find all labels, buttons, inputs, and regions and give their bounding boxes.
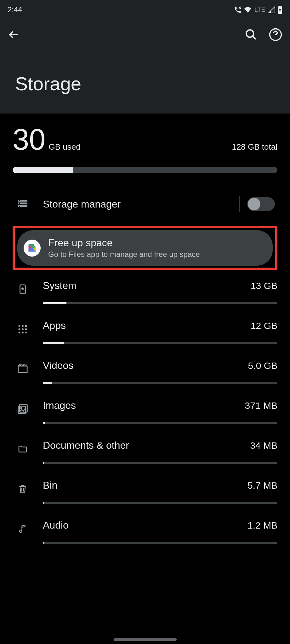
free-up-space-button[interactable]: Free up space Go to Files app to manage … bbox=[17, 230, 273, 266]
wifi-icon bbox=[244, 6, 252, 14]
free-up-subtitle: Go to Files app to manage and free up sp… bbox=[48, 250, 200, 259]
category-icon bbox=[15, 282, 30, 297]
status-icons: LTE bbox=[234, 6, 282, 14]
category-progress bbox=[43, 542, 277, 544]
status-bar: 2:44 LTE bbox=[0, 0, 290, 19]
status-time: 2:44 bbox=[8, 5, 22, 14]
used-amount: 30 bbox=[13, 125, 46, 154]
svg-point-9 bbox=[19, 325, 20, 327]
category-label: Images bbox=[43, 400, 76, 411]
storage-progress bbox=[13, 167, 277, 173]
category-icon bbox=[15, 402, 30, 417]
files-app-icon bbox=[24, 240, 41, 257]
category-row[interactable]: Apps12 GB bbox=[13, 310, 277, 350]
category-row[interactable]: Videos5.0 GB bbox=[13, 350, 277, 390]
category-progress bbox=[43, 302, 277, 304]
category-row[interactable]: Images371 MB bbox=[13, 390, 277, 430]
category-progress-fill bbox=[43, 542, 44, 544]
category-row[interactable]: Audio1.2 MB bbox=[13, 509, 277, 549]
category-label: Videos bbox=[43, 360, 73, 371]
nav-bar-indicator[interactable] bbox=[114, 638, 177, 641]
category-icon bbox=[15, 441, 30, 457]
back-button[interactable] bbox=[8, 28, 20, 42]
signal-icon bbox=[268, 6, 276, 14]
category-progress bbox=[43, 342, 277, 344]
category-progress-fill bbox=[43, 342, 64, 344]
category-size: 13 GB bbox=[251, 280, 277, 291]
app-header: Storage bbox=[0, 19, 290, 114]
category-label: Documents & other bbox=[43, 440, 129, 451]
svg-point-17 bbox=[25, 332, 27, 334]
svg-point-10 bbox=[22, 325, 24, 327]
category-progress bbox=[43, 382, 277, 384]
wifi-calling-icon bbox=[234, 6, 242, 14]
svg-point-14 bbox=[25, 328, 27, 330]
category-icon bbox=[15, 521, 30, 536]
storage-manager-toggle[interactable] bbox=[247, 197, 275, 211]
svg-point-22 bbox=[20, 530, 22, 533]
category-row[interactable]: System13 GB bbox=[13, 270, 277, 310]
category-size: 5.7 MB bbox=[247, 480, 277, 491]
storage-manager-icon bbox=[17, 198, 28, 210]
category-icon bbox=[15, 362, 30, 377]
svg-point-16 bbox=[22, 332, 24, 334]
help-button[interactable] bbox=[269, 28, 282, 43]
storage-manager-row[interactable]: Storage manager bbox=[13, 192, 277, 216]
used-unit: GB used bbox=[49, 142, 81, 152]
svg-point-7 bbox=[19, 206, 20, 207]
category-size: 1.2 MB bbox=[247, 520, 277, 531]
category-row[interactable]: Bin5.7 MB bbox=[13, 469, 277, 509]
category-size: 5.0 GB bbox=[248, 360, 277, 371]
svg-rect-18 bbox=[18, 366, 27, 373]
category-size: 34 MB bbox=[250, 440, 277, 451]
category-progress-fill bbox=[43, 422, 45, 424]
storage-manager-label: Storage manager bbox=[43, 198, 231, 210]
usage-summary: 30 GB used 128 GB total bbox=[13, 125, 277, 154]
category-label: Bin bbox=[43, 480, 57, 491]
divider bbox=[239, 196, 240, 212]
svg-point-5 bbox=[19, 200, 20, 201]
storage-content: 30 GB used 128 GB total Storage manager … bbox=[0, 114, 290, 549]
svg-point-6 bbox=[19, 203, 20, 204]
svg-point-13 bbox=[22, 328, 24, 330]
search-button[interactable] bbox=[245, 28, 257, 42]
category-icon bbox=[15, 322, 30, 337]
lte-indicator: LTE bbox=[254, 7, 265, 13]
svg-point-0 bbox=[246, 30, 253, 37]
svg-point-15 bbox=[19, 332, 20, 334]
category-progress-fill bbox=[43, 382, 52, 384]
storage-progress-fill bbox=[13, 167, 73, 173]
svg-point-12 bbox=[19, 328, 20, 330]
category-label: Audio bbox=[43, 519, 69, 531]
toggle-thumb bbox=[248, 198, 260, 210]
category-progress bbox=[43, 502, 277, 504]
category-size: 371 MB bbox=[245, 400, 277, 411]
highlight-annotation: Free up space Go to Files app to manage … bbox=[13, 226, 277, 270]
category-progress bbox=[43, 422, 277, 424]
category-progress-fill bbox=[43, 502, 44, 504]
free-up-title: Free up space bbox=[48, 237, 200, 249]
category-icon bbox=[15, 481, 30, 497]
category-row[interactable]: Documents & other34 MB bbox=[13, 430, 277, 469]
svg-point-21 bbox=[21, 408, 22, 408]
category-label: System bbox=[43, 280, 77, 291]
category-size: 12 GB bbox=[251, 320, 277, 331]
battery-charging-icon bbox=[277, 6, 282, 14]
category-progress-fill bbox=[43, 302, 66, 304]
category-label: Apps bbox=[43, 320, 66, 331]
category-progress-fill bbox=[43, 462, 44, 464]
category-progress bbox=[43, 462, 277, 464]
page-title: Storage bbox=[8, 51, 282, 114]
total-storage: 128 GB total bbox=[232, 142, 277, 152]
svg-point-11 bbox=[25, 325, 27, 327]
